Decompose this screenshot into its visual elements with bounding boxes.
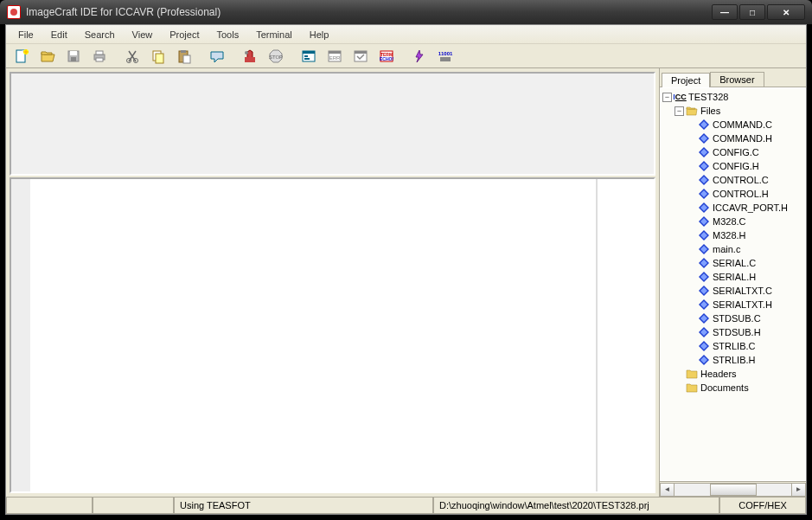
tree-file[interactable]: STDSUB.C bbox=[661, 311, 805, 325]
tree-node-icon bbox=[686, 382, 698, 394]
tree-file[interactable]: CONFIG.H bbox=[661, 159, 805, 173]
term-icon[interactable] bbox=[374, 46, 399, 67]
tree-node-label: SERIAL.H bbox=[713, 272, 756, 282]
tree-file[interactable]: SERIALTXT.C bbox=[661, 284, 805, 298]
tree-node-label: COMMAND.C bbox=[713, 119, 772, 130]
menu-view[interactable]: View bbox=[124, 28, 162, 42]
tree-file[interactable]: STRLIB.H bbox=[661, 353, 805, 367]
tree-node-label: M328.H bbox=[713, 230, 746, 241]
close-button[interactable]: ✕ bbox=[767, 4, 805, 20]
project-tree[interactable]: −ICCTEST328−FilesCOMMAND.CCOMMAND.HCONFI… bbox=[660, 87, 806, 481]
tree-node-label: Headers bbox=[700, 369, 737, 379]
app-window: ImageCraft IDE for ICCAVR (Professional)… bbox=[0, 0, 812, 520]
menu-tools[interactable]: Tools bbox=[208, 28, 247, 42]
scroll-left-button[interactable]: ◄ bbox=[660, 483, 675, 497]
tree-expander-icon[interactable]: − bbox=[675, 106, 684, 116]
menu-help[interactable]: Help bbox=[301, 28, 338, 42]
tree-file[interactable]: COMMAND.C bbox=[661, 118, 805, 132]
tree-node-label: STRLIB.H bbox=[713, 355, 756, 365]
open-folder-icon[interactable] bbox=[35, 46, 60, 67]
tree-folder-files[interactable]: −Files bbox=[661, 104, 805, 118]
tree-node-icon bbox=[698, 188, 710, 200]
menu-terminal[interactable]: Terminal bbox=[247, 28, 301, 42]
tree-folder-documents[interactable]: Documents bbox=[661, 381, 805, 395]
tree-node-label: main.c bbox=[713, 244, 740, 254]
save-icon[interactable] bbox=[61, 46, 86, 67]
editor-split[interactable] bbox=[596, 179, 598, 491]
scroll-track[interactable] bbox=[675, 483, 791, 497]
menubar: FileEditSearchViewProjectToolsTerminalHe… bbox=[6, 25, 806, 44]
tree-file[interactable]: SERIAL.H bbox=[661, 270, 805, 284]
menu-file[interactable]: File bbox=[10, 28, 42, 42]
tree-node-label: SERIALTXT.H bbox=[713, 299, 772, 310]
tree-node-icon bbox=[698, 340, 710, 352]
scroll-right-button[interactable]: ► bbox=[791, 483, 806, 497]
options3-icon[interactable] bbox=[348, 46, 373, 67]
options2-icon[interactable] bbox=[323, 46, 347, 67]
menu-project[interactable]: Project bbox=[161, 28, 208, 42]
tree-expander-icon[interactable]: − bbox=[662, 93, 672, 102]
stop-icon[interactable] bbox=[264, 46, 288, 67]
tree-file[interactable]: CONFIG.C bbox=[661, 145, 805, 159]
status-cell-1 bbox=[6, 498, 93, 514]
tree-root[interactable]: −ICCTEST328 bbox=[661, 90, 805, 104]
tree-node-icon bbox=[698, 202, 710, 214]
flash-icon[interactable] bbox=[407, 46, 432, 67]
tree-file[interactable]: M328.C bbox=[661, 215, 805, 228]
tree-file[interactable]: COMMAND.H bbox=[661, 132, 805, 145]
print-icon[interactable] bbox=[87, 46, 112, 67]
tree-file[interactable]: CONTROL.H bbox=[661, 187, 805, 201]
options1-icon[interactable] bbox=[297, 46, 321, 67]
app-icon bbox=[7, 5, 21, 19]
tree-node-icon bbox=[698, 243, 710, 255]
tree-node-label: COMMAND.H bbox=[713, 133, 772, 144]
tree-node-icon bbox=[698, 299, 710, 311]
maximize-button[interactable]: □ bbox=[739, 4, 765, 20]
tree-file[interactable]: main.c bbox=[661, 242, 805, 256]
main-area bbox=[6, 68, 659, 497]
titlebar[interactable]: ImageCraft IDE for ICCAVR (Professional)… bbox=[0, 0, 812, 24]
output-pane[interactable] bbox=[10, 72, 655, 176]
status-cell-3: D:\zhuoqing\window\Atmel\test\2020\TEST3… bbox=[433, 498, 719, 514]
paste-icon[interactable] bbox=[172, 46, 196, 67]
tree-node-label: CONFIG.C bbox=[713, 147, 759, 157]
status-cell-2: Using TEASFOT bbox=[174, 498, 433, 514]
binary-icon[interactable] bbox=[433, 46, 457, 67]
editor-gutter bbox=[11, 179, 30, 491]
side-panel: ProjectBrowser −ICCTEST328−FilesCOMMAND.… bbox=[659, 68, 806, 497]
tree-node-label: TEST328 bbox=[688, 92, 728, 102]
tree-node-icon bbox=[698, 312, 710, 324]
side-tabs: ProjectBrowser bbox=[660, 68, 806, 87]
tree-node-icon bbox=[686, 105, 698, 117]
tree-file[interactable]: SERIAL.C bbox=[661, 256, 805, 270]
toolbar-separator bbox=[400, 46, 406, 67]
statusbar: Using TEASFOT D:\zhuoqing\window\Atmel\t… bbox=[6, 497, 806, 514]
tree-node-icon bbox=[698, 160, 710, 172]
tree-file[interactable]: CONTROL.C bbox=[661, 173, 805, 187]
editor-pane[interactable] bbox=[10, 177, 655, 493]
tree-file[interactable]: SERIALTXT.H bbox=[661, 298, 805, 311]
comment-icon[interactable] bbox=[205, 46, 229, 67]
tree-file[interactable]: STRLIB.C bbox=[661, 339, 805, 353]
copy-icon[interactable] bbox=[146, 46, 170, 67]
menu-edit[interactable]: Edit bbox=[42, 28, 76, 42]
tab-browser[interactable]: Browser bbox=[710, 72, 764, 87]
tree-node-label: Files bbox=[700, 106, 720, 116]
tree-file[interactable]: ICCAVR_PORT.H bbox=[661, 201, 805, 215]
tab-project[interactable]: Project bbox=[662, 73, 710, 87]
toolbar-separator bbox=[290, 46, 295, 67]
minimize-button[interactable]: — bbox=[712, 4, 738, 20]
scroll-thumb[interactable] bbox=[710, 484, 757, 496]
menu-search[interactable]: Search bbox=[76, 28, 124, 42]
window-title: ImageCraft IDE for ICCAVR (Professional) bbox=[26, 6, 712, 18]
tree-node-label: CONFIG.H bbox=[713, 161, 759, 171]
tree-folder-headers[interactable]: Headers bbox=[661, 367, 805, 381]
build-icon[interactable] bbox=[238, 46, 262, 67]
toolbar bbox=[6, 44, 806, 68]
toolbar-separator bbox=[231, 46, 236, 67]
tree-file[interactable]: M328.H bbox=[661, 228, 805, 242]
tree-file[interactable]: STDSUB.H bbox=[661, 325, 805, 339]
tree-hscroll[interactable]: ◄ ► bbox=[660, 481, 806, 497]
cut-icon[interactable] bbox=[120, 46, 144, 67]
new-file-icon[interactable] bbox=[10, 46, 34, 67]
